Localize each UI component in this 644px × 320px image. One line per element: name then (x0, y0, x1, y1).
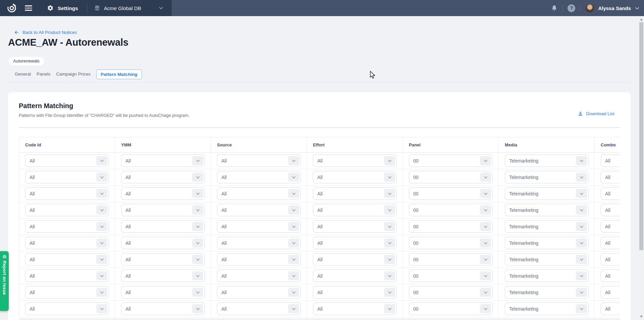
scrollbar-up-arrow[interactable] (640, 18, 643, 20)
vertical-scrollbar[interactable] (639, 16, 644, 320)
back-link[interactable]: Back to All Product Notices (14, 30, 77, 35)
panel-select[interactable]: 00 (409, 237, 493, 249)
effort-select[interactable]: All (313, 303, 397, 315)
panel-select[interactable]: 00 (409, 220, 493, 233)
combo-select[interactable]: All (601, 253, 620, 266)
combo-select[interactable]: All (601, 204, 620, 216)
media-select[interactable]: Telemarketing (505, 171, 589, 183)
source-select[interactable]: All (217, 187, 301, 200)
panel-select[interactable]: 00 (409, 204, 493, 216)
source-select[interactable]: All (217, 303, 301, 315)
scrollbar-thumb[interactable] (639, 22, 643, 250)
effort-select[interactable]: All (313, 286, 397, 299)
ymm-select[interactable]: All (121, 171, 205, 183)
source-select[interactable]: All (217, 253, 301, 266)
cell-combo: All (594, 284, 620, 301)
chevron-down-icon[interactable] (158, 5, 164, 11)
media-select[interactable]: Telemarketing (505, 204, 589, 216)
code-id-select[interactable]: All (25, 187, 109, 200)
table-header: Code IdYMMSourceEffortPanelMediaCombo (19, 137, 620, 153)
panel-select[interactable]: 00 (409, 187, 493, 200)
media-select[interactable]: Telemarketing (505, 220, 589, 233)
report-issue-tab[interactable]: Report an Issue (0, 251, 9, 311)
code-id-select[interactable]: All (25, 286, 109, 299)
code-id-select[interactable]: All (25, 220, 109, 233)
effort-select[interactable]: All (313, 237, 397, 249)
hamburger-menu-icon[interactable] (25, 5, 32, 11)
source-select[interactable]: All (217, 270, 301, 282)
code-id-select[interactable]: All (25, 237, 109, 249)
help-icon[interactable]: ? (568, 4, 575, 12)
media-select[interactable]: Telemarketing (505, 154, 589, 167)
panel-select[interactable]: 00 (409, 286, 493, 299)
code-id-select[interactable]: All (25, 303, 109, 315)
media-select[interactable]: Telemarketing (505, 187, 589, 200)
effort-select[interactable]: All (313, 187, 397, 200)
ymm-select[interactable]: All (121, 253, 205, 266)
download-icon (578, 111, 583, 117)
tab-pattern-matching[interactable]: Pattern Matching (96, 70, 142, 79)
panel-select[interactable]: 00 (409, 303, 493, 315)
ymm-select[interactable]: All (121, 154, 205, 167)
select-value: Telemarketing (509, 273, 538, 279)
ymm-select[interactable]: All (121, 220, 205, 233)
ymm-select[interactable]: All (121, 187, 205, 200)
code-id-select[interactable]: All (25, 171, 109, 183)
effort-select[interactable]: All (313, 171, 397, 183)
chevron-down-icon (288, 222, 299, 231)
effort-select[interactable]: All (313, 204, 397, 216)
panel-select[interactable]: 00 (409, 253, 493, 266)
source-select[interactable]: All (217, 171, 301, 183)
select-value: All (30, 290, 35, 295)
source-select[interactable]: All (217, 220, 301, 233)
combo-select[interactable]: All (601, 237, 620, 249)
app-logo-icon[interactable] (7, 3, 17, 13)
top-navbar: Settings Acme Global DB ? Alyssa Sands (0, 0, 644, 16)
media-select[interactable]: Telemarketing (505, 270, 589, 282)
code-id-select[interactable]: All (25, 154, 109, 167)
scrollbar-down-arrow[interactable] (640, 316, 643, 318)
source-select[interactable]: All (217, 204, 301, 216)
ymm-select[interactable]: All (121, 303, 205, 315)
settings-nav-label[interactable]: Settings (58, 5, 78, 11)
bell-icon[interactable] (551, 5, 558, 12)
user-avatar[interactable] (585, 3, 595, 13)
code-id-select[interactable]: All (25, 204, 109, 216)
effort-select[interactable]: All (313, 220, 397, 233)
tab-panels[interactable]: Panels (37, 70, 50, 79)
panel-select[interactable]: 00 (409, 171, 493, 183)
effort-select[interactable]: All (313, 154, 397, 167)
horizontal-scrollbar[interactable] (19, 318, 620, 320)
source-select[interactable]: All (217, 286, 301, 299)
effort-select[interactable]: All (313, 270, 397, 282)
tab-campaign-prices[interactable]: Campaign Prices (56, 70, 91, 79)
ymm-select[interactable]: All (121, 204, 205, 216)
tab-general[interactable]: General (15, 70, 31, 79)
combo-select[interactable]: All (601, 154, 620, 167)
panel-select[interactable]: 00 (409, 154, 493, 167)
table-row: AllAllAllAll00TelemarketingAll (19, 235, 620, 252)
ymm-select[interactable]: All (121, 270, 205, 282)
code-id-select[interactable]: All (25, 270, 109, 282)
chevron-down-icon[interactable] (634, 5, 640, 11)
combo-select[interactable]: All (601, 187, 620, 200)
code-id-select[interactable]: All (25, 253, 109, 266)
combo-select[interactable]: All (601, 303, 620, 315)
media-select[interactable]: Telemarketing (505, 253, 589, 266)
combo-select[interactable]: All (601, 270, 620, 282)
combo-select[interactable]: All (601, 286, 620, 299)
source-select[interactable]: All (217, 154, 301, 167)
ymm-select[interactable]: All (121, 286, 205, 299)
panel-select[interactable]: 00 (409, 270, 493, 282)
combo-select[interactable]: All (601, 220, 620, 233)
user-name[interactable]: Alyssa Sands (598, 5, 631, 11)
combo-select[interactable]: All (601, 171, 620, 183)
effort-select[interactable]: All (313, 253, 397, 266)
source-select[interactable]: All (217, 237, 301, 249)
ymm-select[interactable]: All (121, 237, 205, 249)
media-select[interactable]: Telemarketing (505, 303, 589, 315)
download-list-button[interactable]: Download List (578, 111, 614, 117)
media-select[interactable]: Telemarketing (505, 237, 589, 249)
media-select[interactable]: Telemarketing (505, 286, 589, 299)
database-selector[interactable]: Acme Global DB (104, 5, 141, 11)
